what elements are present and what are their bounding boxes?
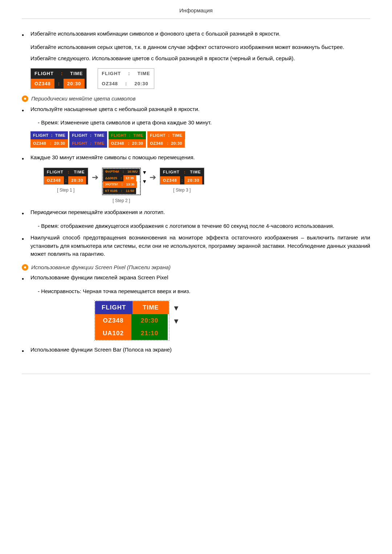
indent-text-1: Избегайте использования серых цветов, т.… [30, 43, 370, 52]
indent-text-4: - Время: отображение движущегося изображ… [38, 222, 370, 230]
light-flight-box: FLIGHT : TIME OZ348 : 20:30 [98, 68, 154, 89]
pixel-box-dotted: FLIGHT TIME OZ348 20:30 UA102 21:10 [94, 300, 170, 341]
step1-colon2: : [64, 176, 69, 185]
bullet-text-5: Наилучший способ предотвращения возникно… [30, 234, 370, 258]
bullet-dot-4: • [22, 209, 28, 218]
dark-flight-header1: FLIGHT [31, 69, 57, 79]
bullet-item-4: • Периодически перемещайте изображения и… [22, 208, 370, 218]
dark-flight-data1: OZ348 [31, 79, 54, 89]
ps-row-header: FLIGHT TIME [95, 301, 169, 314]
bullet-dot-5: • [22, 234, 28, 244]
indent-text-3: - Время: Изменение цвета символов и цвет… [38, 119, 370, 127]
bullet-item-7: • Использование функции Screen Bar (Поло… [22, 346, 370, 356]
dark-colon2: : [54, 79, 64, 89]
pixel-screen-box: FLIGHT TIME OZ348 20:30 UA102 21:10 [94, 300, 170, 341]
step1-data2: 20:30 [68, 176, 86, 185]
main-content: • Избегайте использования комбинации сим… [22, 26, 370, 363]
step-2-box: ФАРТНИ : 16:WU ΔΔ0025 : 12:35 УАУТПИ [102, 168, 141, 204]
indent-text-5: - Неисправность: Черная точка перемещает… [38, 287, 370, 296]
page-header: Информация [22, 0, 370, 19]
bullet-dot-6: • [22, 274, 28, 284]
orange-circle-icon-2 [22, 264, 28, 271]
steps-row: FLIGHT : TIME OZ348 : 20:30 [ Step 1 ] ➔ [44, 168, 370, 204]
step2-label: [ Step 2 ] [113, 197, 130, 204]
dark-flight-header2: TIME [66, 69, 86, 79]
indent-text-2: Избегайте следующего. Использование цвет… [30, 54, 370, 63]
bullet-text-4: Периодически перемещайте изображения и л… [30, 208, 370, 217]
bullet-item-3: • Каждые 30 минут изменяйте символы с по… [22, 153, 370, 164]
color-box-3: FLIGHT : TIME OZ348 : 20:30 [109, 131, 146, 148]
step1-label: [ Step 1 ] [57, 187, 74, 193]
step3-label: [ Step 3 ] [173, 187, 191, 193]
bullet-text-3: Каждые 30 минут изменяйте символы с помо… [30, 153, 370, 162]
orange-bullet-row-1: Периодически меняйте цвета символов [22, 95, 370, 103]
orange-label-1: Периодически меняйте цвета символов [31, 95, 136, 103]
step1-colon1: : [66, 168, 71, 176]
step1-data1: OZ348 [44, 176, 64, 185]
step2-flight-box: ФАРТНИ : 16:WU ΔΔ0025 : 12:35 УАУТПИ [102, 168, 141, 195]
pixel-arrow-down-1: ▼ [172, 303, 180, 313]
bullet-text-7: Использование функции Screen Bar (Полоса… [30, 346, 370, 354]
arrow-2: ➔ [150, 168, 156, 183]
light-flight-header2: TIME [134, 69, 154, 79]
step1-header1: FLIGHT [44, 168, 66, 176]
bullet-text-1: Избегайте использования комбинации симво… [30, 30, 370, 38]
bullet-dot-3: • [22, 154, 28, 164]
step-1-box: FLIGHT : TIME OZ348 : 20:30 [ Step 1 ] [44, 168, 88, 193]
arrow-1: ➔ [92, 168, 98, 183]
page-container: Информация • Избегайте использования ком… [0, 0, 392, 385]
bullet-dot-2: • [22, 106, 28, 115]
step3-data1: OZ348 [160, 176, 180, 185]
bullet-text-2: Используйте насыщенные цвета с небольшой… [30, 105, 370, 114]
header-title: Информация [179, 7, 213, 13]
dark-flight-data2: 20:30 [64, 79, 85, 89]
dark-colon1: : [57, 69, 66, 79]
orange-circle-icon-1 [22, 95, 28, 102]
ps-cell-2110: 21:10 [131, 327, 168, 340]
bullet-item-1: • Избегайте использования комбинации сим… [22, 30, 370, 40]
color-box-1: FLIGHT : TIME OZ348 : 20:30 [30, 131, 68, 148]
color-box-2: FLIGHT : TIME FLIGHT : TIME [69, 131, 107, 148]
step1-flight-box: FLIGHT : TIME OZ348 : 20:30 [44, 168, 88, 185]
step3-flight-box: FLIGHT : TIME OZ348 : 20:30 [160, 168, 204, 185]
ps-cell-time: TIME [132, 301, 169, 314]
pixel-screen-container: FLIGHT TIME OZ348 20:30 UA102 21:10 ▼ ▼ [94, 300, 370, 341]
ps-row-2: UA102 21:10 [95, 327, 169, 340]
page-footer [22, 374, 370, 385]
orange-label-2: Использование функции Screen Pixel (Пикс… [31, 263, 171, 272]
ps-cell-oz348: OZ348 [95, 314, 131, 327]
light-flight-data1: OZ348 [98, 79, 122, 89]
pixel-arrow-down-2: ▼ [172, 316, 180, 327]
ps-row-1: OZ348 20:30 [95, 314, 169, 327]
light-colon2: : [122, 79, 131, 89]
bullet-item-6: • Использование функции пикселей экрана … [22, 274, 370, 284]
flight-examples: FLIGHT : TIME OZ348 : 20:30 FLIGHT : TIM… [30, 68, 370, 89]
dark-flight-box: FLIGHT : TIME OZ348 : 20:30 [30, 68, 87, 89]
arrow-right-icon-1: ➔ [92, 171, 98, 183]
arrow-right-icon-2: ➔ [150, 171, 156, 183]
color-box-4: FLIGHT : TIME OZ348 : 20:30 [147, 131, 185, 148]
bullet-item-5: • Наилучший способ предотвращения возник… [22, 234, 370, 258]
ps-cell-flight: FLIGHT [95, 301, 132, 314]
bullet-item-2: • Используйте насыщенные цвета с небольш… [22, 105, 370, 115]
pixel-arrows: ▼ ▼ [172, 300, 180, 327]
step3-colon2: : [180, 176, 185, 185]
bullet-dot-7: • [22, 346, 28, 356]
light-colon1: : [124, 69, 134, 79]
ps-cell-ua102: UA102 [95, 327, 131, 340]
orange-bullet-row-2: Использование функции Screen Pixel (Пикс… [22, 263, 370, 272]
step3-header1: FLIGHT [160, 168, 183, 176]
step3-header2: TIME [187, 168, 204, 176]
bullet-dot-1: • [22, 30, 28, 40]
step3-data2: 20:30 [184, 176, 202, 185]
bullet-text-6: Использование функции пикселей экрана Sc… [30, 274, 370, 282]
ps-cell-2030: 20:30 [131, 314, 168, 327]
light-flight-header1: FLIGHT [98, 69, 124, 79]
step3-colon1: : [183, 168, 187, 176]
light-flight-data2: 20:30 [131, 79, 152, 89]
step-3-box: FLIGHT : TIME OZ348 : 20:30 [ Step 3 ] [160, 168, 204, 193]
color-flight-row: FLIGHT : TIME OZ348 : 20:30 FLIGHT : TIM… [30, 131, 370, 148]
step1-header2: TIME [71, 168, 87, 176]
